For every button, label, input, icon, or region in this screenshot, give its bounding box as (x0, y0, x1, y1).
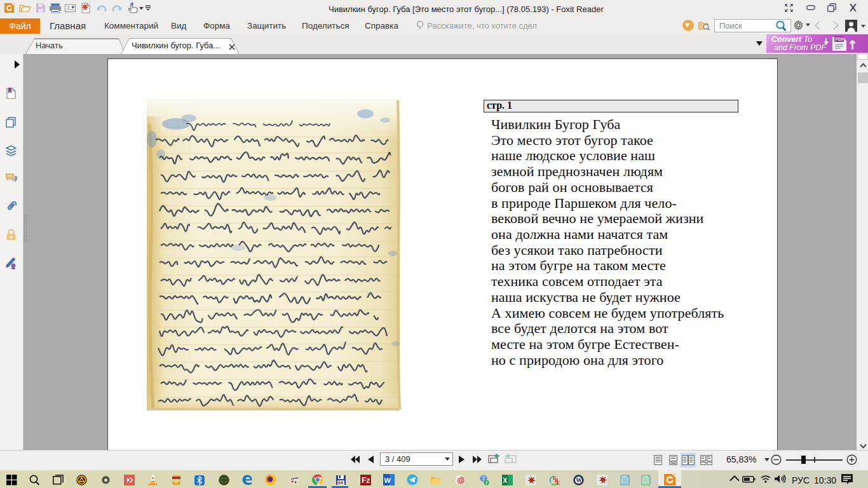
svg-text:W: W (576, 477, 582, 484)
svg-text:PDF: PDF (836, 37, 845, 41)
svg-text:2: 2 (485, 480, 488, 485)
svg-text:Fz: Fz (362, 476, 370, 485)
svg-text:64: 64 (338, 481, 343, 485)
svg-text:W: W (384, 477, 391, 484)
svg-text:X: X (503, 477, 508, 484)
svg-text:E: E (557, 480, 560, 485)
